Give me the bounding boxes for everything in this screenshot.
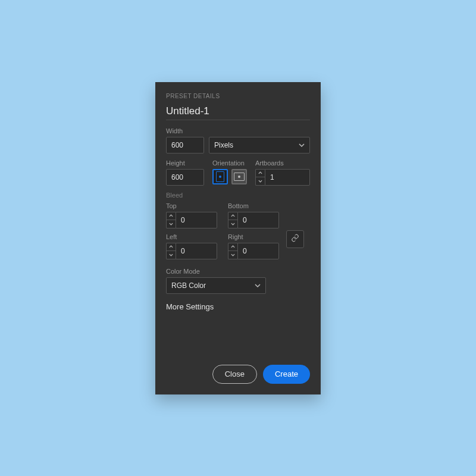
stepper-up-icon[interactable] [228,243,237,252]
artboards-stepper[interactable]: 1 [255,169,310,186]
width-input[interactable] [166,137,204,154]
color-mode-value: RGB Color [171,281,206,290]
bleed-right-label: Right [228,233,279,240]
bleed-top-label: Top [166,202,217,209]
bleed-left-value[interactable]: 0 [176,243,217,259]
stepper-up-icon[interactable] [167,212,176,221]
bleed-bottom-value[interactable]: 0 [237,212,279,228]
document-title-row[interactable]: Untitled-1 [166,105,310,120]
width-label: Width [166,127,310,134]
orientation-landscape-button[interactable] [231,169,247,184]
stepper-down-icon[interactable] [228,220,237,228]
stepper-down-icon[interactable] [256,177,265,185]
chevron-down-icon [255,283,261,289]
panel-header-label: PRESET DETAILS [166,93,310,99]
stepper-down-icon[interactable] [167,220,176,228]
stepper-up-icon[interactable] [256,170,265,178]
close-button[interactable]: Close [212,365,257,384]
bleed-bottom-label: Bottom [228,202,279,209]
stepper-up-icon[interactable] [228,212,237,221]
height-input[interactable] [166,169,204,186]
orientation-portrait-button[interactable] [212,169,228,184]
document-title[interactable]: Untitled-1 [166,105,310,117]
preset-details-panel: PRESET DETAILS Untitled-1 Width Pixels H… [155,82,321,394]
color-mode-select[interactable]: RGB Color [166,277,266,294]
orientation-label: Orientation [212,159,247,167]
color-mode-label: Color Mode [166,268,310,275]
create-button[interactable]: Create [263,365,310,384]
more-settings-link[interactable]: More Settings [166,302,310,311]
stepper-down-icon[interactable] [167,251,176,259]
chevron-down-icon [299,142,305,148]
units-select[interactable]: Pixels [209,137,310,154]
bleed-right-stepper[interactable]: 0 [228,243,279,259]
artboards-label: Artboards [255,159,310,167]
units-value: Pixels [214,141,233,149]
bleed-left-label: Left [166,233,217,240]
bleed-right-value[interactable]: 0 [237,243,279,259]
stepper-down-icon[interactable] [228,251,237,259]
bleed-top-value[interactable]: 0 [176,212,217,228]
link-bleed-button[interactable] [286,230,304,248]
stepper-up-icon[interactable] [167,243,176,252]
link-icon [291,234,299,245]
height-label: Height [166,159,204,167]
artboards-value[interactable]: 1 [265,169,310,186]
bleed-left-stepper[interactable]: 0 [166,243,217,259]
bleed-bottom-stepper[interactable]: 0 [228,212,279,228]
bleed-top-stepper[interactable]: 0 [166,212,217,228]
bleed-label: Bleed [166,192,310,199]
